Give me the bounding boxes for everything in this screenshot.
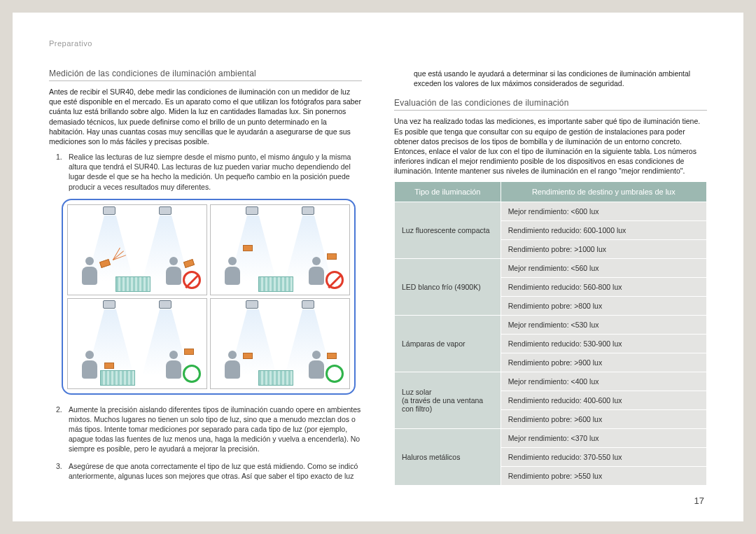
left-column: Medición de las condiciones de iluminaci… bbox=[49, 69, 362, 488]
person-icon bbox=[307, 257, 326, 290]
threshold-cell: Rendimiento pobre: >600 lux bbox=[500, 410, 706, 429]
item-number: 3. bbox=[56, 461, 62, 471]
ceiling-lamp-icon bbox=[302, 300, 314, 309]
threshold-cell: Rendimiento pobre: >550 lux bbox=[500, 467, 706, 486]
surface-icon bbox=[100, 370, 135, 386]
person-icon bbox=[164, 257, 183, 290]
light-meter-icon bbox=[183, 259, 195, 268]
left-heading: Medición de las condiciones de iluminaci… bbox=[49, 69, 362, 81]
diagram-cell-wrong-height bbox=[210, 204, 350, 295]
threshold-cell: Rendimiento reducido: 400-600 lux bbox=[500, 391, 706, 410]
threshold-cell: Mejor rendimiento: <600 lux bbox=[500, 202, 706, 221]
threshold-cell: Rendimiento reducido: 530-900 lux bbox=[500, 335, 706, 353]
ceiling-lamp-icon bbox=[302, 206, 314, 215]
table-row: Haluros metálicosMejor rendimiento: <370… bbox=[395, 429, 707, 448]
person-icon bbox=[307, 351, 326, 384]
surface-icon bbox=[258, 276, 293, 292]
continuation-paragraph: que está usando le ayudará a determinar … bbox=[394, 69, 707, 88]
threshold-cell: Mejor rendimiento: <560 lux bbox=[500, 259, 706, 278]
diagram-cell-wrong-angle bbox=[67, 204, 207, 295]
table-header-threshold: Rendimiento de destino y umbrales de lux bbox=[500, 182, 706, 202]
person-icon bbox=[164, 351, 183, 384]
measurement-diagram bbox=[62, 199, 356, 395]
light-meter-icon bbox=[243, 245, 253, 251]
person-icon bbox=[223, 351, 241, 384]
instruction-list-cont: 2. Aumente la precisión aislando diferen… bbox=[49, 405, 362, 481]
threshold-cell: Rendimiento pobre: >900 lux bbox=[500, 353, 706, 372]
lighting-type-cell: Luz fluorescente compacta bbox=[395, 202, 501, 259]
threshold-cell: Rendimiento reducido: 600-1000 lux bbox=[500, 221, 706, 240]
lighting-type-cell: Lámparas de vapor bbox=[395, 316, 501, 372]
ceiling-lamp-icon bbox=[159, 300, 172, 309]
person-icon bbox=[223, 257, 241, 290]
list-item: 1. Realice las lecturas de luz siempre d… bbox=[49, 152, 362, 192]
ceiling-lamp-icon bbox=[246, 206, 258, 215]
ceiling-lamp-icon bbox=[246, 300, 258, 309]
ceiling-lamp-icon bbox=[159, 206, 172, 215]
page-number: 17 bbox=[694, 496, 704, 506]
light-meter-icon bbox=[104, 363, 114, 369]
light-meter-icon bbox=[327, 253, 337, 260]
lighting-type-cell: Haluros metálicos bbox=[395, 429, 501, 486]
light-meter-icon bbox=[184, 349, 194, 355]
lighting-type-cell: LED blanco frío (4900K) bbox=[395, 259, 501, 316]
threshold-cell: Mejor rendimiento: <400 lux bbox=[500, 372, 706, 391]
table-header-type: Tipo de iluminación bbox=[395, 182, 501, 202]
right-heading: Evaluación de las condiciones de ilumina… bbox=[394, 98, 707, 111]
lighting-type-cell: Luz solar (a través de una ventana con f… bbox=[395, 372, 501, 429]
item-number: 1. bbox=[56, 152, 62, 162]
prohibited-icon bbox=[183, 271, 201, 289]
surface-icon bbox=[115, 276, 150, 292]
prohibited-icon bbox=[326, 271, 344, 289]
diagram-cell-correct-angle bbox=[210, 298, 350, 389]
person-icon bbox=[80, 257, 99, 290]
columns: Medición de las condiciones de iluminaci… bbox=[49, 69, 707, 488]
person-icon bbox=[80, 351, 99, 384]
section-label: Preparativo bbox=[49, 39, 707, 48]
right-intro: Una vez ha realizado todas las medicione… bbox=[394, 116, 707, 176]
document-page: Preparativo Medición de las condiciones … bbox=[13, 13, 743, 521]
diagram-cell-correct-position bbox=[67, 298, 207, 389]
threshold-cell: Rendimiento pobre: >1000 lux bbox=[500, 240, 706, 259]
list-item: 3. Asegúrese de que anota correctamente … bbox=[49, 461, 362, 481]
threshold-cell: Rendimiento reducido: 370-550 lux bbox=[500, 448, 706, 467]
ok-icon bbox=[326, 365, 344, 383]
table-row: LED blanco frío (4900K)Mejor rendimiento… bbox=[395, 259, 707, 278]
light-meter-icon bbox=[243, 353, 253, 359]
surface-icon bbox=[258, 370, 293, 386]
ceiling-lamp-icon bbox=[103, 206, 115, 215]
list-item: 2. Aumente la precisión aislando diferen… bbox=[49, 405, 362, 454]
threshold-cell: Rendimiento reducido: 560-800 lux bbox=[500, 278, 706, 297]
threshold-cell: Rendimiento pobre: >800 lux bbox=[500, 297, 706, 316]
item-text: Realice las lecturas de luz siempre desd… bbox=[69, 153, 351, 191]
right-column: que está usando le ayudará a determinar … bbox=[394, 69, 707, 488]
lux-thresholds-table: Tipo de iluminación Rendimiento de desti… bbox=[394, 181, 707, 486]
instruction-list: 1. Realice las lecturas de luz siempre d… bbox=[49, 152, 362, 192]
light-meter-icon bbox=[327, 353, 337, 359]
item-number: 2. bbox=[56, 405, 62, 414]
ceiling-lamp-icon bbox=[103, 300, 115, 309]
threshold-cell: Mejor rendimiento: <370 lux bbox=[500, 429, 706, 448]
threshold-cell: Mejor rendimiento: <530 lux bbox=[500, 316, 706, 335]
item-text: Aumente la precisión aislando diferentes… bbox=[69, 405, 360, 454]
left-intro: Antes de recibir el SUR40, debe medir la… bbox=[49, 87, 362, 146]
table-row: Luz solar (a través de una ventana con f… bbox=[395, 372, 707, 391]
table-row: Luz fluorescente compactaMejor rendimien… bbox=[395, 202, 707, 221]
ok-icon bbox=[183, 365, 201, 383]
table-row: Lámparas de vaporMejor rendimiento: <530… bbox=[395, 316, 707, 335]
item-text: Asegúrese de que anota correctamente el … bbox=[69, 462, 358, 480]
